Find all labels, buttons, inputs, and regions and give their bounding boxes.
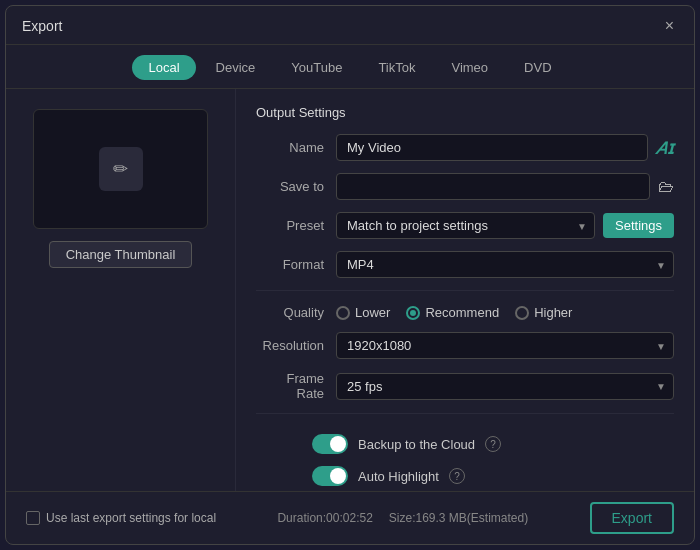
name-label: Name — [256, 140, 336, 155]
footer-info: Duration:00:02:52 Size:169.3 MB(Estimate… — [277, 511, 528, 525]
dialog-title: Export — [22, 18, 62, 34]
format-control: MP4 ▼ — [336, 251, 674, 278]
name-row: Name 𝘈ɪ — [256, 134, 674, 161]
dialog-body: ✏ Change Thumbnail Output Settings Name … — [6, 89, 694, 491]
preset-select[interactable]: Match to project settings — [336, 212, 595, 239]
quality-radio-group: Lower Recommend Higher — [336, 305, 572, 320]
divider-1 — [256, 290, 674, 291]
format-row: Format MP4 ▼ — [256, 251, 674, 278]
close-button[interactable]: × — [661, 16, 678, 36]
footer-left: Use last export settings for local — [26, 511, 216, 525]
settings-button[interactable]: Settings — [603, 213, 674, 238]
name-input[interactable] — [336, 134, 648, 161]
preset-select-wrap: Match to project settings ▼ — [336, 212, 595, 239]
section-title: Output Settings — [256, 105, 674, 120]
auto-highlight-row: Auto Highlight ? — [256, 460, 674, 491]
backup-row: Backup to the Cloud ? — [256, 428, 674, 460]
frame-rate-row: Frame Rate 25 fps ▼ — [256, 371, 674, 401]
quality-row: Quality Lower Recommend Higher — [256, 305, 674, 320]
pencil-icon: ✏ — [99, 147, 143, 191]
quality-label: Quality — [256, 305, 336, 320]
tab-dvd[interactable]: DVD — [508, 55, 567, 80]
export-dialog: Export × Local Device YouTube TikTok Vim… — [5, 5, 695, 545]
footer: Use last export settings for local Durat… — [6, 491, 694, 544]
quality-recommend-radio[interactable] — [406, 306, 420, 320]
last-settings-checkbox[interactable] — [26, 511, 40, 525]
change-thumbnail-button[interactable]: Change Thumbnail — [49, 241, 193, 268]
right-panel: Output Settings Name 𝘈ɪ Save to 🗁 Pre — [236, 89, 694, 491]
auto-highlight-help-icon[interactable]: ? — [449, 468, 465, 484]
resolution-control: 1920x1080 ▼ — [336, 332, 674, 359]
quality-higher-label: Higher — [534, 305, 572, 320]
backup-help-icon[interactable]: ? — [485, 436, 501, 452]
title-bar: Export × — [6, 6, 694, 45]
quality-lower-option[interactable]: Lower — [336, 305, 390, 320]
auto-highlight-toggle[interactable] — [312, 466, 348, 486]
frame-rate-select[interactable]: 25 fps — [336, 373, 674, 400]
resolution-label: Resolution — [256, 338, 336, 353]
quality-higher-option[interactable]: Higher — [515, 305, 572, 320]
tab-vimeo[interactable]: Vimeo — [435, 55, 504, 80]
frame-rate-control: 25 fps ▼ — [336, 373, 674, 400]
quality-lower-radio[interactable] — [336, 306, 350, 320]
format-label: Format — [256, 257, 336, 272]
quality-recommend-label: Recommend — [425, 305, 499, 320]
preset-row: Preset Match to project settings ▼ Setti… — [256, 212, 674, 239]
last-settings-label: Use last export settings for local — [46, 511, 216, 525]
thumbnail-preview: ✏ — [33, 109, 208, 229]
resolution-select-wrap: 1920x1080 ▼ — [336, 332, 674, 359]
save-to-row: Save to 🗁 — [256, 173, 674, 200]
save-to-control: 🗁 — [336, 173, 674, 200]
divider-2 — [256, 413, 674, 414]
preset-label: Preset — [256, 218, 336, 233]
left-panel: ✏ Change Thumbnail — [6, 89, 236, 491]
save-to-input[interactable] — [336, 173, 650, 200]
ai-icon[interactable]: 𝘈ɪ — [656, 137, 674, 159]
tab-device[interactable]: Device — [200, 55, 272, 80]
quality-recommend-option[interactable]: Recommend — [406, 305, 499, 320]
format-select[interactable]: MP4 — [336, 251, 674, 278]
quality-lower-label: Lower — [355, 305, 390, 320]
frame-rate-label: Frame Rate — [256, 371, 336, 401]
folder-icon[interactable]: 🗁 — [658, 178, 674, 196]
auto-highlight-label: Auto Highlight — [358, 469, 439, 484]
frame-rate-select-wrap: 25 fps ▼ — [336, 373, 674, 400]
last-settings-checkbox-wrap[interactable]: Use last export settings for local — [26, 511, 216, 525]
export-button[interactable]: Export — [590, 502, 674, 534]
tab-local[interactable]: Local — [132, 55, 195, 80]
format-select-wrap: MP4 ▼ — [336, 251, 674, 278]
tab-tiktok[interactable]: TikTok — [362, 55, 431, 80]
duration-info: Duration:00:02:52 — [277, 511, 372, 525]
resolution-row: Resolution 1920x1080 ▼ — [256, 332, 674, 359]
quality-higher-radio[interactable] — [515, 306, 529, 320]
backup-label: Backup to the Cloud — [358, 437, 475, 452]
backup-toggle[interactable] — [312, 434, 348, 454]
name-control: 𝘈ɪ — [336, 134, 674, 161]
resolution-select[interactable]: 1920x1080 — [336, 332, 674, 359]
tab-bar: Local Device YouTube TikTok Vimeo DVD — [6, 45, 694, 89]
size-info: Size:169.3 MB(Estimated) — [389, 511, 528, 525]
tab-youtube[interactable]: YouTube — [275, 55, 358, 80]
save-to-label: Save to — [256, 179, 336, 194]
preset-control: Match to project settings ▼ Settings — [336, 212, 674, 239]
